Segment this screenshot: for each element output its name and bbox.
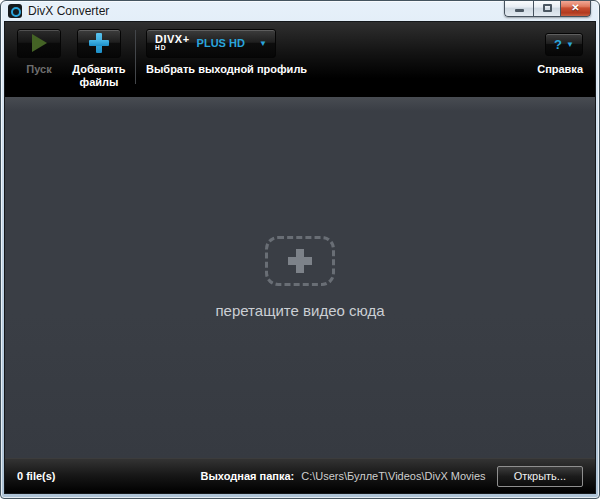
window-title: DivX Converter (28, 4, 109, 18)
add-files-tool: Добавить файлы (71, 28, 127, 88)
divx-plus-hd-logo: DIVX+ HD (155, 34, 190, 52)
title-bar[interactable]: DivX Converter ✕ (1, 1, 599, 21)
add-files-label: Добавить файлы (71, 63, 127, 88)
selected-profile: PLUS HD (197, 37, 245, 49)
add-plus-icon (89, 33, 109, 53)
start-button[interactable] (17, 29, 61, 58)
drop-target-outline (265, 236, 335, 286)
divx-app-icon (8, 4, 22, 18)
chevron-down-icon: ▼ (566, 40, 574, 49)
toolbar: Пуск Добавить файлы DIVX+ HD (5, 22, 595, 97)
maximize-button[interactable] (533, 0, 560, 17)
help-tool: ? ▼ Справка (537, 28, 583, 76)
drop-hint-text: перетащите видео сюда (215, 302, 384, 319)
toolbar-separator (135, 30, 136, 84)
question-mark-icon: ? (554, 38, 562, 51)
file-count: 0 file(s) (17, 470, 56, 482)
output-profile-tool: DIVX+ HD PLUS HD ▼ Выбрать выходной проф… (146, 28, 307, 76)
start-label: Пуск (26, 63, 51, 76)
start-tool: Пуск (17, 28, 61, 76)
output-profile-dropdown[interactable]: DIVX+ HD PLUS HD ▼ (146, 29, 276, 58)
minimize-icon (515, 9, 524, 12)
status-bar: 0 file(s) Выходная папка: C:\Users\Булле… (5, 458, 595, 493)
minimize-button[interactable] (504, 0, 533, 17)
window-controls: ✕ (504, 0, 591, 17)
output-folder-path: C:\Users\БуллеТ\Videos\DivX Movies (301, 470, 485, 482)
close-button[interactable]: ✕ (560, 0, 591, 17)
play-icon (32, 34, 47, 52)
output-folder-label: Выходная папка: (201, 470, 295, 482)
drop-area[interactable]: перетащите видео сюда (5, 97, 595, 458)
open-folder-button[interactable]: Открыть... (497, 466, 583, 487)
close-icon: ✕ (571, 3, 579, 13)
drop-plus-icon (288, 249, 312, 273)
add-files-button[interactable] (77, 29, 121, 58)
maximize-icon (543, 4, 552, 12)
profile-caption: Выбрать выходной профиль (146, 63, 307, 76)
output-folder-group: Выходная папка: C:\Users\БуллеТ\Videos\D… (201, 466, 583, 487)
help-button[interactable]: ? ▼ (545, 33, 583, 56)
client-area: Пуск Добавить файлы DIVX+ HD (4, 21, 596, 494)
help-label: Справка (537, 63, 583, 76)
app-window: DivX Converter ✕ Пуск (0, 0, 600, 499)
chevron-down-icon: ▼ (259, 39, 267, 48)
